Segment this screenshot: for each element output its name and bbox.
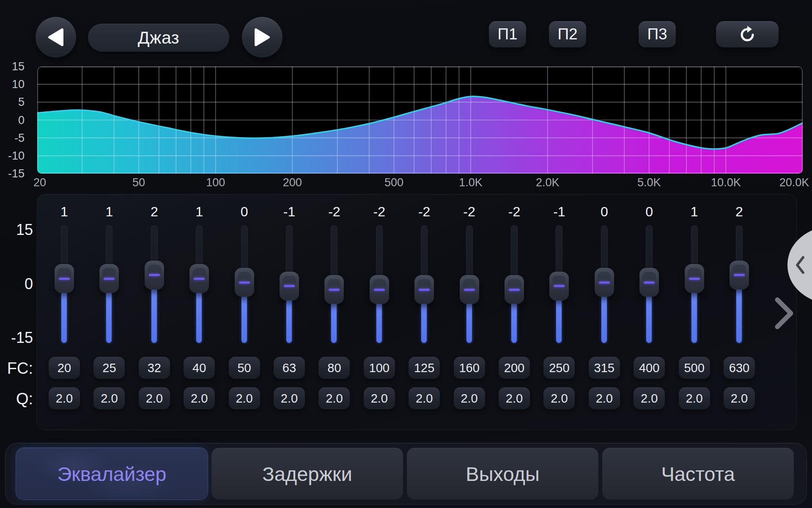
band-slider-thumb[interactable] [55, 264, 74, 293]
x-axis-tick-label: 500 [384, 176, 403, 189]
preset-name-label: Джаз [138, 28, 179, 48]
band-q-value[interactable]: 2.0 [679, 387, 710, 409]
slider-thumb-dash-icon [239, 282, 250, 284]
band-fc-value[interactable]: 250 [543, 357, 575, 379]
band-gain-value: 0 [222, 204, 267, 220]
band-gain-value: 1 [87, 204, 132, 220]
band-slider-thumb[interactable] [145, 261, 164, 290]
band-fc-value[interactable]: 32 [139, 357, 170, 379]
band-gain-value: 2 [132, 204, 177, 220]
memory-preset-3-label: П3 [647, 25, 667, 43]
band-fc-value[interactable]: 100 [364, 357, 395, 379]
slider-thumb-dash-icon [509, 289, 520, 291]
memory-preset-1-label: П1 [497, 25, 517, 43]
slider-thumb-dash-icon [374, 289, 385, 291]
memory-preset-2-button[interactable]: П2 [549, 21, 586, 47]
band-q-value[interactable]: 2.0 [184, 387, 215, 409]
band-fc-value[interactable]: 630 [724, 357, 755, 379]
band-q-value[interactable]: 2.0 [318, 387, 350, 409]
band-q-value[interactable]: 2.0 [589, 387, 620, 409]
band-gain-value: -2 [357, 204, 402, 220]
expand-right-button[interactable] [773, 296, 795, 330]
refresh-icon [738, 25, 757, 44]
slider-scale-max: 15 [3, 221, 33, 239]
y-axis-tick-label: 10 [0, 78, 25, 90]
eq-band: -1 63 2.0 [267, 199, 312, 428]
band-gain-value: 0 [627, 204, 672, 220]
band-q-value[interactable]: 2.0 [634, 387, 665, 409]
band-fc-value[interactable]: 40 [184, 357, 215, 379]
equalizer-screen: Джаз П1 П2 П3 151050-5-10-15 20501002005… [0, 0, 812, 508]
reset-button[interactable] [716, 21, 779, 47]
band-q-value[interactable]: 2.0 [409, 387, 440, 409]
band-slider-thumb[interactable] [235, 268, 254, 297]
eq-band: -2 100 2.0 [357, 199, 402, 428]
band-q-value[interactable]: 2.0 [229, 387, 260, 409]
band-fc-value[interactable]: 63 [274, 357, 305, 379]
band-fc-value[interactable]: 25 [93, 357, 125, 379]
tab-label: Частота [661, 462, 735, 486]
fc-row-label: FC: [3, 359, 33, 378]
band-slider-thumb[interactable] [414, 275, 434, 304]
band-gain-value: 0 [582, 204, 627, 220]
memory-preset-1-button[interactable]: П1 [489, 21, 526, 47]
band-q-value[interactable]: 2.0 [724, 387, 755, 409]
band-gain-value: -1 [267, 204, 312, 220]
slider-thumb-dash-icon [194, 278, 205, 280]
left-triangle-icon [48, 28, 64, 47]
band-fc-value[interactable]: 125 [409, 357, 440, 379]
slider-thumb-dash-icon [104, 278, 115, 280]
band-q-value[interactable]: 2.0 [93, 387, 125, 409]
band-slider-thumb[interactable] [549, 272, 569, 301]
band-q-value[interactable]: 2.0 [274, 387, 305, 409]
preset-name[interactable]: Джаз [88, 24, 229, 52]
memory-preset-3-button[interactable]: П3 [639, 21, 676, 47]
eq-response-graph [37, 66, 803, 174]
band-q-value[interactable]: 2.0 [454, 387, 485, 409]
band-slider-thumb[interactable] [639, 268, 659, 297]
slider-thumb-dash-icon [734, 274, 745, 276]
band-q-value[interactable]: 2.0 [364, 387, 395, 409]
band-q-value[interactable]: 2.0 [499, 387, 530, 409]
tab-delays[interactable]: Задержки [211, 448, 403, 500]
band-slider-thumb[interactable] [505, 275, 524, 304]
band-gain-value: 2 [717, 204, 762, 220]
band-slider-thumb[interactable] [595, 268, 614, 297]
y-axis-tick-label: 0 [0, 114, 25, 126]
band-fc-value[interactable]: 315 [589, 357, 620, 379]
band-slider-thumb[interactable] [280, 272, 299, 301]
band-q-value[interactable]: 2.0 [543, 387, 575, 409]
band-fc-value[interactable]: 200 [499, 357, 530, 379]
band-fc-value[interactable]: 160 [454, 357, 485, 379]
eq-band: 2 630 2.0 [717, 199, 762, 428]
preset-prev-button[interactable] [36, 17, 76, 58]
x-axis-tick-label: 2.0K [536, 176, 560, 189]
band-slider-thumb[interactable] [324, 275, 344, 304]
band-slider-thumb[interactable] [460, 275, 479, 304]
slider-thumb-dash-icon [464, 289, 475, 291]
band-q-value[interactable]: 2.0 [139, 387, 170, 409]
side-panel-handle[interactable] [786, 228, 812, 302]
band-fc-value[interactable]: 500 [679, 357, 710, 379]
tab-outputs[interactable]: Выходы [407, 448, 598, 500]
x-axis-tick-label: 100 [206, 176, 225, 189]
eq-curve-chart [37, 66, 803, 174]
band-fc-value[interactable]: 20 [49, 357, 80, 379]
x-axis-tick-label: 200 [283, 176, 302, 189]
band-fc-value[interactable]: 50 [229, 357, 260, 379]
band-slider-thumb[interactable] [730, 261, 749, 290]
eq-band: 1 40 2.0 [177, 199, 222, 428]
tab-equalizer[interactable]: Эквалайзер [16, 448, 208, 500]
band-slider-thumb[interactable] [189, 264, 209, 293]
y-axis-tick-label: 5 [0, 96, 25, 108]
band-slider-thumb[interactable] [370, 275, 389, 304]
band-fc-value[interactable]: 80 [318, 357, 350, 379]
tab-label: Выходы [466, 462, 539, 486]
band-fc-value[interactable]: 400 [634, 357, 665, 379]
tab-frequency[interactable]: Частота [602, 448, 794, 500]
band-q-value[interactable]: 2.0 [49, 387, 80, 409]
band-slider-thumb[interactable] [685, 264, 704, 293]
band-slider-thumb[interactable] [99, 264, 119, 293]
preset-next-button[interactable] [242, 17, 283, 58]
eq-band: 0 315 2.0 [582, 199, 627, 428]
